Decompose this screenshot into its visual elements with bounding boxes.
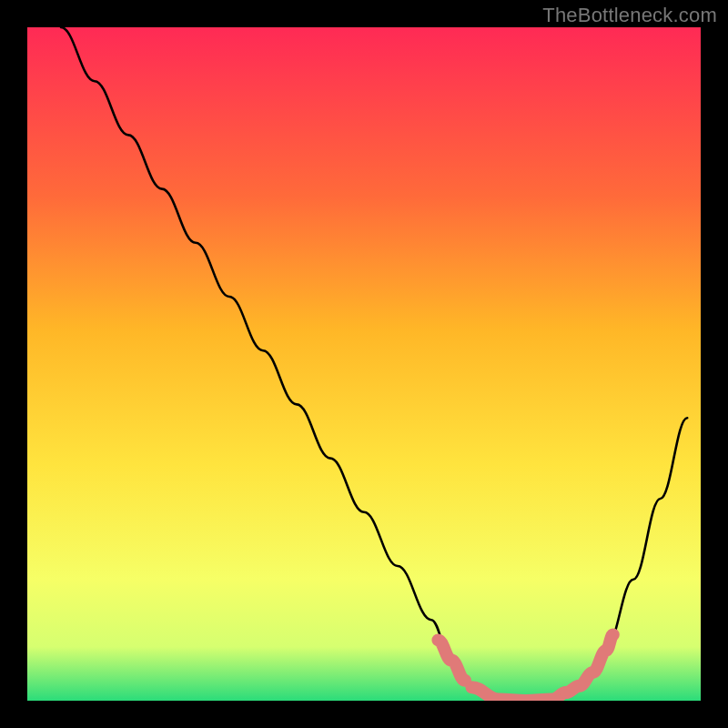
highlight-segment <box>438 640 465 680</box>
attribution-text: TheBottleneck.com <box>542 4 717 27</box>
chart-stage: TheBottleneck.com <box>0 0 728 728</box>
highlight-segment <box>566 634 613 693</box>
plot-area <box>27 27 701 701</box>
highlight-group <box>438 634 612 701</box>
bottleneck-curve <box>61 27 687 701</box>
curve-layer <box>27 27 701 701</box>
highlight-segment <box>471 687 566 701</box>
